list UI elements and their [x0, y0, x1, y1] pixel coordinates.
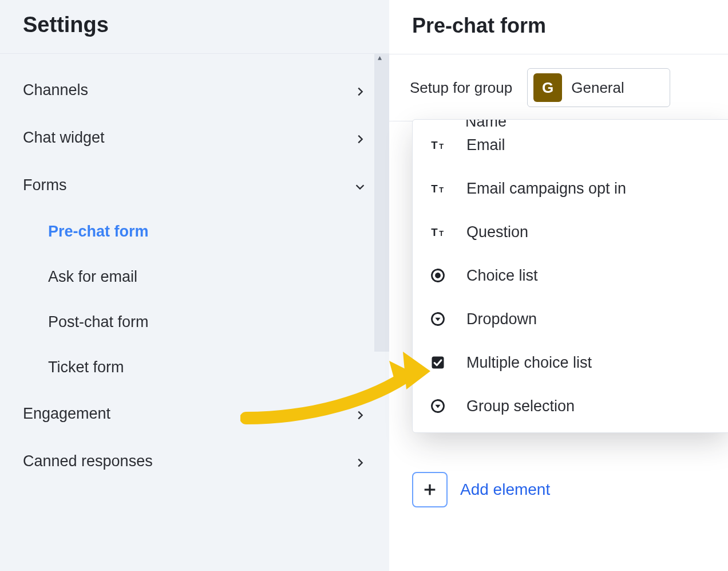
add-element-label: Add element: [460, 481, 550, 499]
panel-title: Pre-chat form: [412, 14, 705, 38]
option-label: Question: [466, 223, 528, 241]
svg-rect-10: [432, 357, 444, 369]
sidebar-title: Settings: [23, 13, 366, 37]
sidebar-item-label: Forms: [23, 176, 67, 194]
sidebar-item-label: Engagement: [23, 405, 110, 423]
element-picker-popover: Name TT Email TT Email campaigns opt in …: [412, 119, 728, 433]
option-label: Dropdown: [466, 310, 537, 328]
svg-marker-12: [435, 405, 440, 408]
option-choice-list[interactable]: Choice list: [413, 254, 728, 297]
sidebar-subitem-post-chat-form[interactable]: Post-chat form: [25, 300, 389, 345]
radio-icon: [429, 266, 447, 285]
sidebar-item-channels[interactable]: Channels: [0, 66, 389, 114]
option-multiple-choice-list[interactable]: Multiple choice list: [413, 341, 728, 384]
panel-toolbar: Setup for group G General: [389, 54, 728, 121]
sidebar-header: Settings: [0, 0, 389, 54]
group-selector[interactable]: G General: [527, 68, 670, 107]
option-group-selection[interactable]: Group selection: [413, 384, 728, 428]
option-dropdown[interactable]: Dropdown: [413, 297, 728, 341]
sidebar-scroll: Channels Chat widget Forms: [0, 54, 389, 570]
option-question[interactable]: TT Question: [413, 210, 728, 254]
option-label: Group selection: [466, 397, 575, 415]
svg-point-7: [435, 273, 441, 278]
option-email[interactable]: TT Email: [413, 123, 728, 167]
text-icon: TT: [429, 136, 447, 154]
sidebar-item-label: Canned responses: [23, 452, 153, 470]
chevron-right-icon: [354, 84, 366, 97]
sidebar-item-label: Chat widget: [23, 129, 105, 147]
settings-sidebar: Settings Channels Chat widget: [0, 0, 389, 571]
submenu-forms: Pre-chat form Ask for email Post-chat fo…: [0, 209, 389, 390]
option-label: Email campaigns opt in: [466, 180, 626, 198]
sidebar-subitem-pre-chat-form[interactable]: Pre-chat form: [25, 209, 389, 254]
dropdown-icon: [429, 310, 447, 328]
svg-text:T: T: [431, 183, 438, 195]
group-badge: G: [533, 73, 562, 102]
sidebar-item-chat-widget[interactable]: Chat widget: [0, 114, 389, 162]
text-icon: TT: [429, 179, 447, 198]
text-icon: TT: [429, 223, 447, 241]
sidebar-item-engagement[interactable]: Engagement: [0, 390, 389, 438]
svg-text:T: T: [439, 142, 444, 151]
previous-option-cut: Name: [465, 119, 507, 131]
option-email-campaigns-opt-in[interactable]: TT Email campaigns opt in: [413, 167, 728, 210]
svg-marker-9: [435, 318, 440, 321]
panel-header: Pre-chat form: [389, 0, 728, 54]
sidebar-subitem-ticket-form[interactable]: Ticket form: [25, 345, 389, 390]
chevron-right-icon: [354, 455, 366, 468]
scrollbar[interactable]: [374, 54, 389, 352]
sidebar-subitem-ask-for-email[interactable]: Ask for email: [25, 254, 389, 300]
add-element-button[interactable]: [412, 472, 448, 507]
add-element[interactable]: Add element: [412, 472, 550, 507]
option-label: Multiple choice list: [466, 354, 592, 372]
svg-text:T: T: [431, 226, 438, 238]
pre-chat-form-panel: Pre-chat form Setup for group G General …: [389, 0, 728, 571]
group-name: General: [571, 79, 624, 97]
chevron-right-icon: [354, 408, 366, 420]
toolbar-label: Setup for group: [410, 79, 512, 97]
checkbox-icon: [429, 353, 447, 372]
svg-text:T: T: [431, 139, 438, 151]
sidebar-item-label: Channels: [23, 81, 88, 99]
sidebar-item-forms[interactable]: Forms: [0, 162, 389, 209]
sidebar-list: Channels Chat widget Forms: [0, 54, 389, 485]
svg-text:T: T: [439, 186, 444, 194]
sidebar-item-canned-responses[interactable]: Canned responses: [0, 438, 389, 485]
option-label: Email: [466, 136, 505, 154]
option-label: Choice list: [466, 267, 538, 285]
chevron-right-icon: [354, 132, 366, 144]
svg-text:T: T: [439, 229, 444, 238]
dropdown-icon: [429, 397, 447, 415]
chevron-down-icon: [354, 179, 366, 192]
